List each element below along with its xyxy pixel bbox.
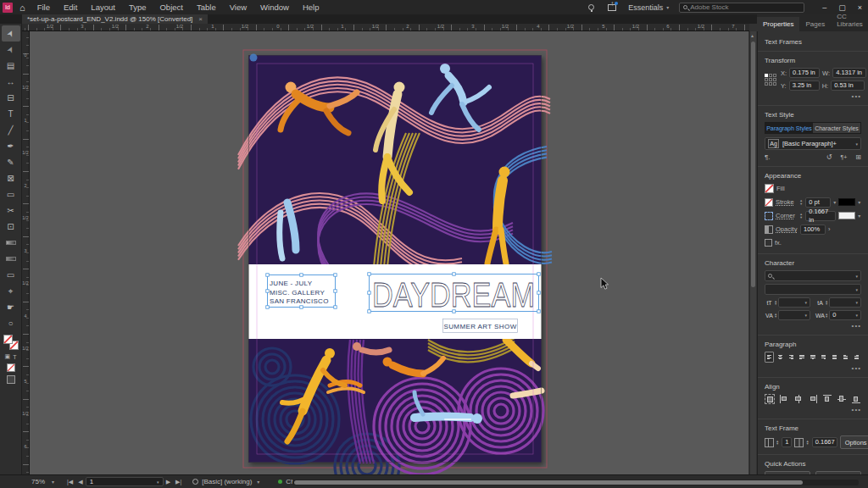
align-toward-spine-button[interactable]: [841, 352, 850, 363]
gap-tool[interactable]: ↔: [2, 74, 20, 90]
align-top-edges-button[interactable]: [822, 394, 832, 404]
align-horizontal-centers-button[interactable]: [793, 394, 804, 404]
text-frame-options-button[interactable]: Options: [840, 435, 868, 449]
gradient-feather-tool[interactable]: [2, 251, 20, 267]
kerning-input[interactable]: 0▾: [829, 310, 861, 320]
page-number-field[interactable]: 1 ▾: [86, 477, 164, 486]
x-input[interactable]: 0.175 in: [789, 68, 820, 78]
rectangle-tool[interactable]: ▭: [2, 186, 20, 202]
align-vertical-centers-button[interactable]: [837, 394, 847, 404]
stroke-link[interactable]: Stroke: [776, 198, 798, 206]
screen-mode-button[interactable]: [7, 375, 15, 384]
canvas-vertical-scrollbar[interactable]: ▴: [749, 31, 756, 474]
tab-close-icon[interactable]: ×: [198, 15, 203, 23]
corner-style-preview[interactable]: [838, 212, 855, 219]
home-icon[interactable]: ⌂: [19, 3, 25, 13]
reference-point-proxy[interactable]: [765, 74, 776, 86]
opacity-input[interactable]: 100%: [800, 225, 826, 235]
justify-center-button[interactable]: [808, 352, 817, 363]
tracking-stepper[interactable]: ▴▾: [775, 313, 776, 319]
scroll-up-arrow-icon[interactable]: ▴: [751, 32, 754, 38]
font-style-dropdown[interactable]: ▾: [765, 284, 861, 295]
gradient-swatch-tool[interactable]: [2, 235, 20, 251]
character-more-options[interactable]: •••: [765, 322, 861, 330]
redefine-style-icon[interactable]: ↺: [826, 153, 832, 161]
window-close-button[interactable]: ×: [858, 3, 862, 12]
opacity-link[interactable]: Opacity: [776, 225, 798, 233]
align-right-edges-button[interactable]: [808, 394, 818, 404]
gutter-input[interactable]: 0.1667: [812, 437, 837, 447]
menu-table[interactable]: Table: [197, 3, 216, 12]
style-override-icon[interactable]: ¶+: [840, 154, 847, 160]
scissors-tool[interactable]: ✂: [2, 202, 20, 219]
y-input[interactable]: 3.25 in: [789, 80, 820, 91]
first-page-button[interactable]: |◀: [67, 479, 73, 485]
fill-none-swatch[interactable]: [765, 184, 774, 193]
content-collector-tool[interactable]: ⊟: [2, 90, 20, 106]
paragraph-more-options[interactable]: •••: [765, 364, 861, 372]
menu-window[interactable]: Window: [260, 3, 289, 12]
info-line-3[interactable]: SAN FRANCISCO: [270, 297, 329, 305]
justify-left-button[interactable]: [797, 352, 806, 363]
horizontal-ruler[interactable]: 1/2 3 1/2 2 1/2 1 1/2 0 1/2 1 1/2 2 1/2 …: [22, 24, 749, 31]
paragraph-mark-icon[interactable]: ¶.: [765, 153, 771, 161]
opacity-more-arrow[interactable]: ›: [828, 225, 831, 233]
learn-icon[interactable]: [588, 4, 594, 10]
font-size-stepper[interactable]: ▴▾: [775, 300, 776, 306]
selection-tool[interactable]: ➤: [2, 25, 20, 42]
corner-link[interactable]: Corner: [776, 212, 798, 219]
justify-all-button[interactable]: [830, 352, 839, 363]
menu-layout[interactable]: Layout: [91, 3, 115, 12]
tab-pages[interactable]: Pages: [799, 17, 831, 31]
menu-type[interactable]: Type: [129, 3, 147, 12]
hand-tool[interactable]: ☛: [2, 299, 20, 315]
formatting-affects-text-icon[interactable]: T: [13, 354, 16, 360]
corner-stepper[interactable]: ▴▾: [800, 213, 802, 219]
zoom-tool[interactable]: ○: [2, 315, 20, 331]
next-page-button[interactable]: ▶: [166, 479, 170, 485]
chevron-down-icon[interactable]: ▾: [858, 199, 860, 205]
vertical-scroll-thumb[interactable]: [751, 42, 755, 287]
window-restore-button[interactable]: ▢: [838, 3, 846, 12]
align-away-spine-button[interactable]: [852, 352, 861, 363]
align-center-button[interactable]: [776, 352, 785, 363]
leading-stepper[interactable]: ▴▾: [826, 300, 827, 306]
paragraph-styles-tab[interactable]: Paragraph Styles: [765, 123, 813, 133]
formatting-affects-container-icon[interactable]: ▣: [5, 353, 11, 360]
align-to-selector[interactable]: [765, 394, 775, 404]
stroke-style-preview[interactable]: [838, 198, 855, 206]
justify-right-button[interactable]: [819, 352, 828, 363]
preflight-profile-dropdown[interactable]: [Basic] (working): [202, 478, 252, 485]
workspace-switcher[interactable]: Essentials: [628, 3, 663, 12]
stroke-weight-stepper[interactable]: ▴▾: [800, 199, 802, 205]
free-transform-tool[interactable]: ⊡: [2, 219, 20, 235]
leading-input[interactable]: ▾: [829, 297, 861, 308]
align-more-options[interactable]: •••: [765, 406, 861, 413]
width-input[interactable]: 4.1317 in: [832, 68, 866, 78]
kerning-stepper[interactable]: ▴▾: [826, 313, 827, 319]
align-left-button[interactable]: [765, 352, 774, 363]
object-style-icon[interactable]: [765, 239, 772, 247]
indesign-logo-icon[interactable]: Id: [3, 3, 13, 13]
height-input[interactable]: 0.53 in: [831, 80, 865, 91]
fx-label[interactable]: fx.: [775, 239, 782, 247]
last-page-button[interactable]: ▶|: [175, 479, 181, 485]
stroke-none-swatch[interactable]: [765, 198, 773, 207]
gutter-stepper[interactable]: ▴▾: [806, 440, 808, 446]
transform-more-options[interactable]: •••: [765, 92, 861, 100]
postcard-badge[interactable]: SUMMER ART SHOW: [443, 323, 516, 330]
horizontal-scroll-thumb[interactable]: [294, 480, 803, 485]
character-styles-tab[interactable]: Character Styles: [813, 123, 860, 133]
postcard-title[interactable]: DAYDREAM: [372, 275, 535, 314]
menu-view[interactable]: View: [230, 3, 247, 12]
line-tool[interactable]: ╱: [2, 122, 20, 138]
window-minimize-button[interactable]: –: [822, 3, 826, 12]
fill-stroke-proxy[interactable]: [3, 335, 19, 350]
eyedropper-tool[interactable]: ⌖: [2, 283, 20, 299]
columns-input[interactable]: 1: [782, 437, 792, 447]
share-icon[interactable]: [608, 4, 616, 11]
align-left-edges-button[interactable]: [779, 394, 789, 404]
canvas-horizontal-scrollbar[interactable]: [292, 480, 859, 485]
zoom-level-dropdown[interactable]: 75%: [31, 478, 45, 485]
menu-help[interactable]: Help: [303, 3, 320, 12]
